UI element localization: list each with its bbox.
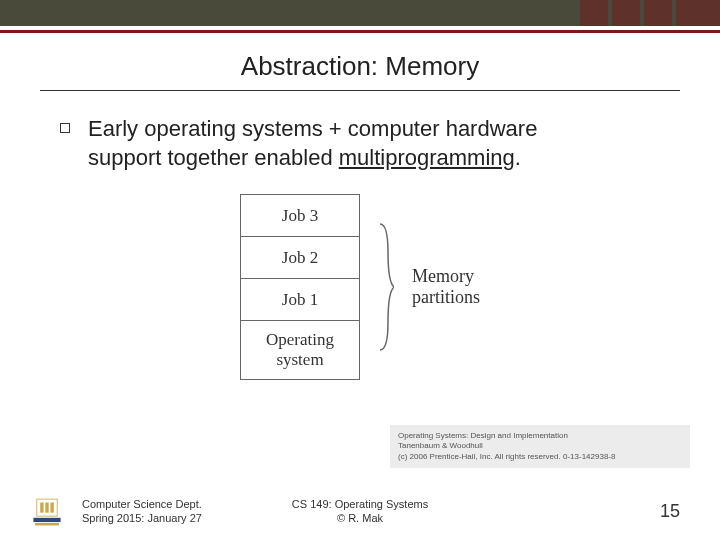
memory-diagram: Job 3 Job 2 Job 1 Operating system Memor… <box>60 194 660 380</box>
footer-course: CS 149: Operating Systems <box>292 497 428 511</box>
bullet-line2-post: . <box>515 145 521 170</box>
content-area: Early operating systems + computer hardw… <box>0 91 720 380</box>
bullet-item: Early operating systems + computer hardw… <box>60 115 660 172</box>
bullet-box-icon <box>60 123 70 133</box>
svg-rect-1 <box>40 503 43 513</box>
brace-icon <box>378 222 394 352</box>
citation-line: (c) 2006 Prentice-Hall, Inc. All rights … <box>398 452 682 462</box>
accent-line <box>0 30 720 33</box>
memory-cell: Job 1 <box>241 279 359 321</box>
memory-cell: Job 2 <box>241 237 359 279</box>
sjsu-logo-icon <box>30 494 64 528</box>
svg-rect-4 <box>33 518 60 522</box>
footer-date: Spring 2015: January 27 <box>82 511 202 525</box>
bullet-line2-pre: support together enabled <box>88 145 339 170</box>
bullet-text: Early operating systems + computer hardw… <box>88 115 537 172</box>
mem-label-line1: Memory <box>412 266 474 286</box>
memory-cell-os: Operating system <box>241 321 359 379</box>
memory-stack: Job 3 Job 2 Job 1 Operating system <box>240 194 360 380</box>
svg-rect-5 <box>35 523 59 526</box>
slide-number: 15 <box>660 501 680 522</box>
footer-left: Computer Science Dept. Spring 2015: Janu… <box>82 497 202 526</box>
svg-rect-2 <box>45 503 48 513</box>
memory-partitions-label: Memory partitions <box>412 266 480 309</box>
footer-center: CS 149: Operating Systems © R. Mak <box>292 497 428 526</box>
slide-top-bar <box>0 0 720 26</box>
citation-box: Operating Systems: Design and Implementa… <box>390 425 690 468</box>
citation-line: Tanenbaum & Woodhull <box>398 441 682 451</box>
footer-dept: Computer Science Dept. <box>82 497 202 511</box>
os-label-line1: Operating <box>266 330 334 349</box>
memory-cell: Job 3 <box>241 195 359 237</box>
bullet-underlined-term: multiprogramming <box>339 145 515 170</box>
os-label-line2: system <box>276 350 323 369</box>
slide-footer: Computer Science Dept. Spring 2015: Janu… <box>0 482 720 540</box>
citation-line: Operating Systems: Design and Implementa… <box>398 431 682 441</box>
footer-author: © R. Mak <box>292 511 428 525</box>
bullet-line1: Early operating systems + computer hardw… <box>88 116 537 141</box>
slide-title: Abstraction: Memory <box>0 51 720 82</box>
svg-rect-3 <box>50 503 53 513</box>
mem-label-line2: partitions <box>412 287 480 307</box>
